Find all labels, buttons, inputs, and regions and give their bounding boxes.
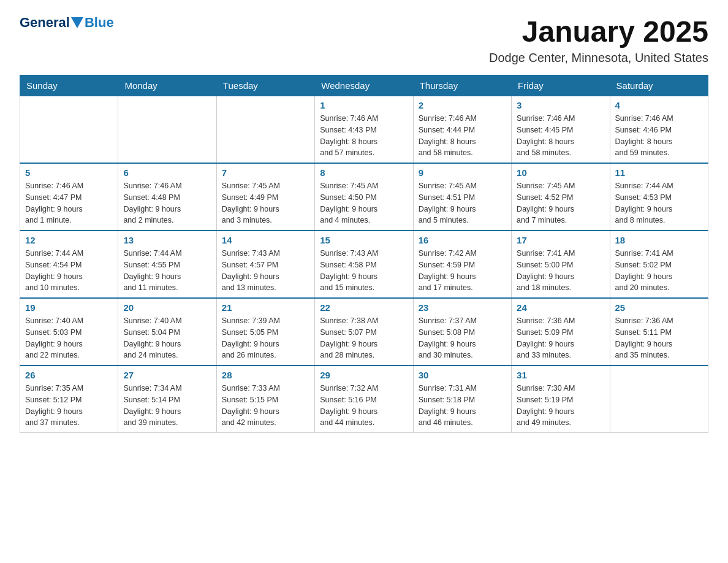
day-info: Sunrise: 7:42 AM Sunset: 4:59 PM Dayligh… xyxy=(419,248,506,294)
day-number: 27 xyxy=(123,370,211,380)
calendar-day-cell: 8Sunrise: 7:45 AM Sunset: 4:50 PM Daylig… xyxy=(315,163,413,231)
day-number: 3 xyxy=(517,100,604,110)
calendar-table: SundayMondayTuesdayWednesdayThursdayFrid… xyxy=(20,75,708,433)
day-number: 23 xyxy=(419,302,506,313)
day-number: 16 xyxy=(419,235,506,245)
calendar-week-row: 26Sunrise: 7:35 AM Sunset: 5:12 PM Dayli… xyxy=(20,366,708,433)
day-number: 6 xyxy=(123,167,211,178)
calendar-day-cell xyxy=(118,96,216,164)
column-header-thursday: Thursday xyxy=(413,75,511,96)
day-info: Sunrise: 7:41 AM Sunset: 5:00 PM Dayligh… xyxy=(517,248,604,294)
calendar-day-cell: 30Sunrise: 7:31 AM Sunset: 5:18 PM Dayli… xyxy=(413,366,511,433)
day-number: 8 xyxy=(320,167,408,178)
page-header: General Blue January 2025 Dodge Center, … xyxy=(20,15,708,65)
calendar-title: January 2025 xyxy=(489,15,708,48)
calendar-day-cell: 29Sunrise: 7:32 AM Sunset: 5:16 PM Dayli… xyxy=(315,366,413,433)
day-info: Sunrise: 7:30 AM Sunset: 5:19 PM Dayligh… xyxy=(517,383,604,429)
calendar-day-cell: 14Sunrise: 7:43 AM Sunset: 4:57 PM Dayli… xyxy=(216,231,314,298)
calendar-day-cell: 17Sunrise: 7:41 AM Sunset: 5:00 PM Dayli… xyxy=(512,231,610,298)
logo-triangle-icon xyxy=(71,17,83,28)
calendar-subtitle: Dodge Center, Minnesota, United States xyxy=(489,51,708,65)
logo: General Blue xyxy=(20,15,114,31)
calendar-day-cell: 21Sunrise: 7:39 AM Sunset: 5:05 PM Dayli… xyxy=(216,298,314,366)
calendar-day-cell: 3Sunrise: 7:46 AM Sunset: 4:45 PM Daylig… xyxy=(512,96,610,164)
day-number: 11 xyxy=(615,167,703,178)
calendar-day-cell: 16Sunrise: 7:42 AM Sunset: 4:59 PM Dayli… xyxy=(413,231,511,298)
calendar-day-cell: 1Sunrise: 7:46 AM Sunset: 4:43 PM Daylig… xyxy=(315,96,413,164)
day-info: Sunrise: 7:43 AM Sunset: 4:57 PM Dayligh… xyxy=(222,248,309,294)
calendar-day-cell: 7Sunrise: 7:45 AM Sunset: 4:49 PM Daylig… xyxy=(216,163,314,231)
day-number: 22 xyxy=(320,302,408,313)
day-info: Sunrise: 7:36 AM Sunset: 5:09 PM Dayligh… xyxy=(517,315,604,361)
day-info: Sunrise: 7:46 AM Sunset: 4:47 PM Dayligh… xyxy=(25,180,113,226)
day-info: Sunrise: 7:45 AM Sunset: 4:50 PM Dayligh… xyxy=(320,180,408,226)
day-info: Sunrise: 7:46 AM Sunset: 4:46 PM Dayligh… xyxy=(615,113,703,159)
calendar-day-cell: 24Sunrise: 7:36 AM Sunset: 5:09 PM Dayli… xyxy=(512,298,610,366)
day-number: 20 xyxy=(123,302,211,313)
calendar-day-cell: 27Sunrise: 7:34 AM Sunset: 5:14 PM Dayli… xyxy=(118,366,216,433)
calendar-day-cell: 11Sunrise: 7:44 AM Sunset: 4:53 PM Dayli… xyxy=(610,163,708,231)
calendar-day-cell: 4Sunrise: 7:46 AM Sunset: 4:46 PM Daylig… xyxy=(610,96,708,164)
day-number: 26 xyxy=(25,370,113,380)
day-info: Sunrise: 7:46 AM Sunset: 4:43 PM Dayligh… xyxy=(320,113,408,159)
day-number: 15 xyxy=(320,235,408,245)
calendar-week-row: 19Sunrise: 7:40 AM Sunset: 5:03 PM Dayli… xyxy=(20,298,708,366)
day-number: 12 xyxy=(25,235,113,245)
day-info: Sunrise: 7:45 AM Sunset: 4:52 PM Dayligh… xyxy=(517,180,604,226)
calendar-day-cell xyxy=(20,96,118,164)
calendar-day-cell: 9Sunrise: 7:45 AM Sunset: 4:51 PM Daylig… xyxy=(413,163,511,231)
day-number: 28 xyxy=(222,370,309,380)
day-info: Sunrise: 7:36 AM Sunset: 5:11 PM Dayligh… xyxy=(615,315,703,361)
day-info: Sunrise: 7:44 AM Sunset: 4:55 PM Dayligh… xyxy=(123,248,211,294)
column-header-saturday: Saturday xyxy=(610,75,708,96)
calendar-day-cell xyxy=(216,96,314,164)
day-info: Sunrise: 7:41 AM Sunset: 5:02 PM Dayligh… xyxy=(615,248,703,294)
calendar-day-cell: 22Sunrise: 7:38 AM Sunset: 5:07 PM Dayli… xyxy=(315,298,413,366)
day-number: 31 xyxy=(517,370,604,380)
day-number: 24 xyxy=(517,302,604,313)
calendar-day-cell: 2Sunrise: 7:46 AM Sunset: 4:44 PM Daylig… xyxy=(413,96,511,164)
column-header-friday: Friday xyxy=(512,75,610,96)
calendar-day-cell: 13Sunrise: 7:44 AM Sunset: 4:55 PM Dayli… xyxy=(118,231,216,298)
calendar-day-cell: 10Sunrise: 7:45 AM Sunset: 4:52 PM Dayli… xyxy=(512,163,610,231)
day-info: Sunrise: 7:45 AM Sunset: 4:51 PM Dayligh… xyxy=(419,180,506,226)
day-number: 19 xyxy=(25,302,113,313)
day-info: Sunrise: 7:32 AM Sunset: 5:16 PM Dayligh… xyxy=(320,383,408,429)
day-info: Sunrise: 7:39 AM Sunset: 5:05 PM Dayligh… xyxy=(222,315,309,361)
day-info: Sunrise: 7:35 AM Sunset: 5:12 PM Dayligh… xyxy=(25,383,113,429)
day-info: Sunrise: 7:31 AM Sunset: 5:18 PM Dayligh… xyxy=(419,383,506,429)
day-number: 1 xyxy=(320,100,408,110)
title-area: January 2025 Dodge Center, Minnesota, Un… xyxy=(489,15,708,65)
day-info: Sunrise: 7:46 AM Sunset: 4:45 PM Dayligh… xyxy=(517,113,604,159)
calendar-day-cell: 12Sunrise: 7:44 AM Sunset: 4:54 PM Dayli… xyxy=(20,231,118,298)
calendar-day-cell: 15Sunrise: 7:43 AM Sunset: 4:58 PM Dayli… xyxy=(315,231,413,298)
calendar-week-row: 12Sunrise: 7:44 AM Sunset: 4:54 PM Dayli… xyxy=(20,231,708,298)
day-number: 14 xyxy=(222,235,309,245)
calendar-day-cell: 31Sunrise: 7:30 AM Sunset: 5:19 PM Dayli… xyxy=(512,366,610,433)
column-header-tuesday: Tuesday xyxy=(216,75,314,96)
day-info: Sunrise: 7:46 AM Sunset: 4:44 PM Dayligh… xyxy=(419,113,506,159)
calendar-week-row: 1Sunrise: 7:46 AM Sunset: 4:43 PM Daylig… xyxy=(20,96,708,164)
calendar-header-row: SundayMondayTuesdayWednesdayThursdayFrid… xyxy=(20,75,708,96)
day-number: 30 xyxy=(419,370,506,380)
day-info: Sunrise: 7:40 AM Sunset: 5:03 PM Dayligh… xyxy=(25,315,113,361)
calendar-day-cell: 20Sunrise: 7:40 AM Sunset: 5:04 PM Dayli… xyxy=(118,298,216,366)
day-info: Sunrise: 7:37 AM Sunset: 5:08 PM Dayligh… xyxy=(419,315,506,361)
day-info: Sunrise: 7:44 AM Sunset: 4:53 PM Dayligh… xyxy=(615,180,703,226)
day-number: 25 xyxy=(615,302,703,313)
day-number: 4 xyxy=(615,100,703,110)
day-info: Sunrise: 7:40 AM Sunset: 5:04 PM Dayligh… xyxy=(123,315,211,361)
calendar-day-cell: 23Sunrise: 7:37 AM Sunset: 5:08 PM Dayli… xyxy=(413,298,511,366)
logo-general-text: General xyxy=(20,15,70,31)
calendar-day-cell: 5Sunrise: 7:46 AM Sunset: 4:47 PM Daylig… xyxy=(20,163,118,231)
day-number: 13 xyxy=(123,235,211,245)
day-number: 21 xyxy=(222,302,309,313)
column-header-monday: Monday xyxy=(118,75,216,96)
column-header-wednesday: Wednesday xyxy=(315,75,413,96)
calendar-week-row: 5Sunrise: 7:46 AM Sunset: 4:47 PM Daylig… xyxy=(20,163,708,231)
day-number: 17 xyxy=(517,235,604,245)
calendar-day-cell: 25Sunrise: 7:36 AM Sunset: 5:11 PM Dayli… xyxy=(610,298,708,366)
day-info: Sunrise: 7:45 AM Sunset: 4:49 PM Dayligh… xyxy=(222,180,309,226)
column-header-sunday: Sunday xyxy=(20,75,118,96)
day-info: Sunrise: 7:33 AM Sunset: 5:15 PM Dayligh… xyxy=(222,383,309,429)
